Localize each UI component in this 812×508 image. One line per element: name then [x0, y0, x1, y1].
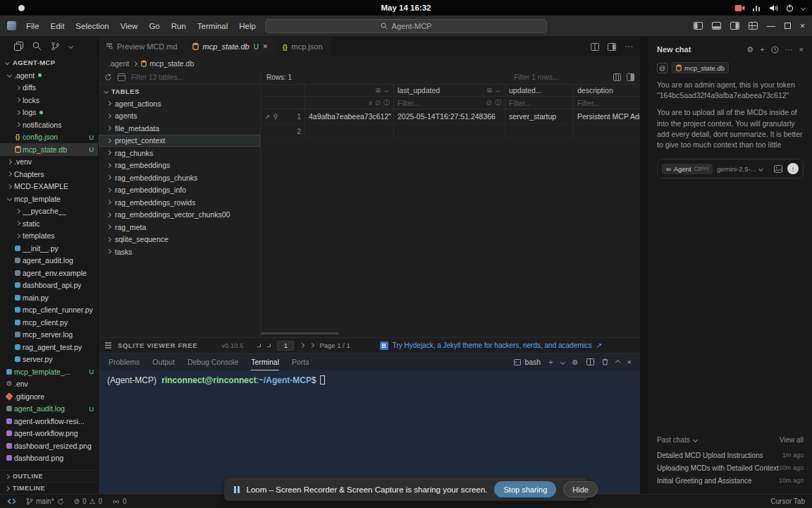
customize-layout-icon[interactable] — [749, 22, 758, 30]
tree-item[interactable]: ⚙ .env — [0, 378, 98, 391]
gear-icon[interactable]: ⚙ — [746, 45, 753, 54]
search-icon[interactable] — [32, 42, 42, 51]
tree-item[interactable]: server.py — [0, 353, 98, 366]
table-list-item[interactable]: rag_embeddings — [99, 159, 260, 172]
chevron-down-icon[interactable] — [801, 5, 806, 10]
gear-icon[interactable]: ⚙ — [572, 358, 579, 366]
ports-indicator[interactable]: 0 — [112, 497, 127, 505]
terminal[interactable]: (Agent-MCP) rinconnect@rinconnect:~/Agen… — [99, 370, 640, 494]
tree-item[interactable]: .gitignore — [0, 390, 98, 403]
timeline-section[interactable]: TIMELINE — [0, 482, 98, 494]
command-center-search[interactable]: Agent-MCP — [265, 19, 547, 33]
next-page-icon[interactable] — [300, 343, 304, 348]
menu-item[interactable]: Go — [143, 16, 165, 37]
filter-cell-value[interactable]: ≡∅ⓘ — [305, 97, 394, 109]
filter-cell-description[interactable]: Filter... — [574, 97, 640, 109]
more-actions-icon[interactable]: ⋯ — [625, 42, 633, 52]
remote-indicator-icon[interactable] — [7, 497, 16, 505]
chevron-down-icon[interactable] — [560, 359, 565, 364]
toggle-sidebar-icon[interactable] — [694, 22, 703, 30]
table-list-item[interactable]: rag_embeddings_chunks — [99, 171, 260, 184]
page-number-input[interactable]: 1 — [277, 341, 294, 351]
table-list-item[interactable]: tasks — [99, 246, 260, 258]
refresh-icon[interactable] — [104, 73, 112, 81]
table-list-item[interactable]: agents — [99, 110, 260, 123]
outline-section[interactable]: OUTLINE — [0, 470, 98, 482]
horizontal-scrollbar[interactable] — [261, 332, 338, 334]
resize-column-icon[interactable]: ↔ — [383, 87, 390, 94]
table-list-item[interactable]: agent_actions — [99, 97, 260, 110]
hide-button[interactable]: Hide — [563, 481, 598, 497]
menu-item[interactable]: Terminal — [192, 16, 233, 37]
chevron-up-icon[interactable] — [615, 359, 620, 364]
chevron-down-icon[interactable] — [68, 43, 73, 48]
column-header-description[interactable]: description — [574, 85, 640, 96]
chat-input-box[interactable]: ∞ Agent Ctrl+I gemini-2.5-... ↑ — [657, 159, 804, 179]
power-icon[interactable] — [786, 4, 794, 12]
resize-column-icon[interactable]: ↔ — [495, 87, 501, 94]
tree-item[interactable]: templates — [0, 230, 98, 243]
tree-item[interactable]: agent-workflow-resi... — [0, 415, 98, 428]
app-logo-icon[interactable] — [7, 21, 16, 30]
toggle-panel-icon[interactable] — [712, 22, 721, 30]
panel-tab[interactable]: Debug Console — [187, 353, 238, 370]
shell-label[interactable]: bash — [514, 358, 541, 366]
tree-item[interactable]: dashboard_resized.png — [0, 440, 98, 452]
filter-cell-last-updated[interactable]: Filter...∅ⓘ — [394, 97, 505, 109]
tree-item[interactable]: logs — [0, 107, 98, 119]
panel-tab[interactable]: Problems — [109, 353, 140, 370]
explorer-section-header[interactable]: AGENT-MCP — [0, 55, 98, 69]
table-list-item[interactable]: rag_embeddings_info — [99, 184, 260, 197]
last-page-icon[interactable] — [309, 343, 314, 348]
panel-tab[interactable]: Ports — [292, 353, 309, 370]
tree-item[interactable]: dashboard.png — [0, 452, 98, 465]
editor-tab[interactable]: {} mcp.json × — [276, 37, 331, 56]
split-terminal-icon[interactable] — [586, 358, 594, 365]
tree-item[interactable]: .agent — [0, 69, 98, 82]
toggle-secondary-sidebar-icon[interactable] — [730, 22, 739, 30]
menu-item[interactable]: Edit — [45, 16, 70, 37]
new-terminal-icon[interactable]: + — [548, 358, 553, 366]
collapse-tables-icon[interactable] — [118, 73, 125, 81]
system-clock[interactable]: May 14 16:32 — [381, 4, 431, 12]
problems-indicator[interactable]: ⊘ 0 ⚠ 0 — [74, 497, 102, 505]
cell-value[interactable]: 4a9afba7eabeea73c612" — [305, 109, 394, 123]
expand-view-icon[interactable] — [627, 73, 634, 81]
filter-cell-updated-by[interactable]: Filter... — [505, 97, 574, 109]
tree-item[interactable]: diffs — [0, 82, 98, 95]
chat-history-item[interactable]: Detailed MCD Upload Instructions 1m ago — [657, 449, 804, 461]
split-editor-icon[interactable] — [591, 43, 599, 51]
editor-tab[interactable]: Preview MCD.md × — [99, 37, 185, 56]
cell-last-updated[interactable]: 2025-05-14T16:27:51.248366 — [394, 109, 505, 123]
tree-item[interactable]: __pycache__ — [0, 205, 98, 218]
context-file-chip[interactable]: mcp_state.db — [672, 62, 729, 73]
cell-updated-by[interactable]: server_startup — [505, 109, 574, 123]
pin-row-icon[interactable] — [273, 114, 278, 120]
table-list-item[interactable]: sqlite_sequence — [99, 234, 260, 246]
new-chat-icon[interactable]: + — [760, 45, 764, 54]
source-control-icon[interactable] — [51, 42, 60, 51]
tree-item[interactable]: {} config.json U — [0, 131, 98, 144]
clear-filter-icon[interactable]: ∅ — [375, 99, 381, 107]
minimize-button[interactable]: — — [767, 21, 775, 31]
activity-chart-icon[interactable] — [753, 4, 761, 12]
past-chats-label[interactable]: Past chats — [657, 436, 690, 444]
tree-item[interactable]: agent-workflow.png — [0, 428, 98, 440]
tree-item[interactable]: locks — [0, 94, 98, 107]
rows-filter-input[interactable]: Filter 1 rows... — [514, 73, 558, 81]
tree-item[interactable]: .venv — [0, 156, 98, 169]
table-list-item[interactable]: rag_chunks — [99, 147, 260, 159]
trash-icon[interactable] — [602, 358, 608, 365]
prev-page-icon[interactable] — [267, 344, 271, 347]
close-tab-icon[interactable]: × — [263, 42, 268, 52]
column-header-last-updated[interactable]: last_updated⊞↔ — [394, 85, 505, 96]
table-list-item[interactable]: rag_embeddings_rowids — [99, 196, 260, 209]
explorer-icon[interactable] — [14, 42, 23, 51]
view-all-link[interactable]: View all — [780, 436, 804, 444]
table-list-item[interactable]: file_metadata — [99, 122, 260, 135]
volume-icon[interactable] — [769, 4, 778, 12]
tables-filter-input[interactable]: Filter 13 tables... — [131, 73, 183, 81]
clear-filter-icon[interactable]: ∅ — [486, 99, 492, 107]
menu-item[interactable]: File — [20, 16, 45, 37]
pause-icon[interactable] — [234, 486, 240, 493]
